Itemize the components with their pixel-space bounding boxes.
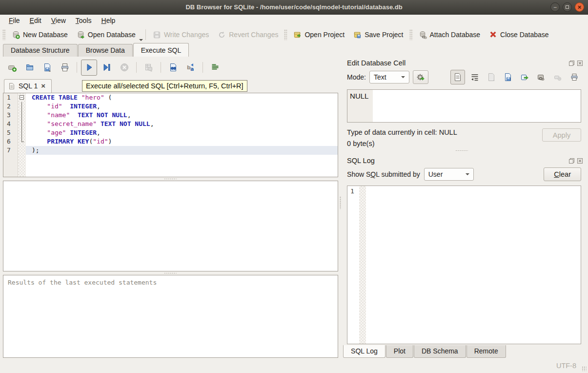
word-wrap-button[interactable] <box>468 70 482 84</box>
status-bar: UTF-8 <box>0 358 588 373</box>
submitted-by-combobox[interactable]: User <box>424 168 474 181</box>
float-dock-icon[interactable] <box>568 60 575 66</box>
menu-file[interactable]: File <box>4 16 25 25</box>
open-project-button[interactable]: Open Project <box>289 28 349 41</box>
editor-fold-margin[interactable] <box>18 93 26 177</box>
close-database-button[interactable]: Close Database <box>485 28 553 41</box>
bottom-dock-tabs: SQL Log Plot DB Schema Remote <box>343 344 585 358</box>
print-icon <box>60 62 70 72</box>
content-area: Execute all/selected SQL [Ctrl+Return, F… <box>0 57 588 358</box>
sql-document-close-icon[interactable]: × <box>41 83 45 88</box>
open-database-dropdown-caret[interactable] <box>139 39 143 41</box>
attach-database-icon <box>419 31 427 39</box>
format-sql-button[interactable] <box>207 60 223 76</box>
editor-line[interactable]: ); <box>26 146 338 155</box>
tab-plot[interactable]: Plot <box>386 345 413 358</box>
main-vertical-splitter[interactable] <box>338 57 343 358</box>
close-dock-icon[interactable] <box>577 60 583 66</box>
export-data-button[interactable] <box>501 70 515 84</box>
execute-current-line-button[interactable] <box>99 60 115 76</box>
splitter-handle-icon <box>164 178 177 180</box>
open-sql-file-button[interactable] <box>21 60 38 76</box>
toolbar-drag-handle[interactable] <box>284 29 287 40</box>
code-segment <box>32 129 47 136</box>
editor-results-splitter[interactable] <box>3 177 338 181</box>
float-dock-icon[interactable] <box>568 158 575 164</box>
save-sql-file-button[interactable] <box>39 60 55 76</box>
menu-view[interactable]: View <box>46 16 71 25</box>
code-segment: , <box>150 120 154 127</box>
execute-sql-icon <box>84 62 94 72</box>
fold-marker <box>18 111 26 120</box>
link-icon <box>537 73 546 82</box>
editor-line-numbers: 1234567 <box>3 93 18 177</box>
dock-splitter[interactable] <box>343 147 585 154</box>
close-button[interactable]: × <box>575 2 584 12</box>
execute-sql-button[interactable] <box>81 60 97 76</box>
tab-db-schema[interactable]: DB Schema <box>414 345 466 358</box>
save-project-label: Save Project <box>365 31 403 39</box>
sql-document-tab[interactable]: SQL 1 × <box>4 79 52 93</box>
editor-line[interactable]: CREATE TABLE "hero" ( <box>26 93 338 102</box>
tab-execute-sql[interactable]: Execute SQL <box>133 43 189 57</box>
tab-browse-data[interactable]: Browse Data <box>78 44 133 57</box>
tab-database-structure[interactable]: Database Structure <box>3 44 78 57</box>
set-null-button <box>551 70 565 84</box>
splitter-handle-icon <box>164 272 177 274</box>
editor-code-area[interactable]: CREATE TABLE "hero" ( "id" INTEGER, "nam… <box>26 93 338 177</box>
editor-line[interactable]: "name" TEXT NOT NULL, <box>26 111 338 120</box>
open-in-app-button[interactable] <box>518 70 531 84</box>
mode-combobox[interactable]: Text <box>369 71 409 83</box>
tab-sql-log[interactable]: SQL Log <box>343 345 385 358</box>
auto-switch-mode-button[interactable] <box>413 70 428 84</box>
find-replace-button[interactable] <box>165 60 181 76</box>
minimize-button[interactable]: − <box>550 2 560 12</box>
editor-line[interactable]: "age" INTEGER, <box>26 128 338 137</box>
menu-help[interactable]: Help <box>97 16 121 25</box>
close-dock-icon[interactable] <box>577 158 583 164</box>
maximize-button[interactable] <box>563 2 572 12</box>
text-mode-button[interactable] <box>450 70 465 84</box>
clear-log-button[interactable]: Clear <box>544 167 581 181</box>
code-segment: "name" <box>47 111 70 119</box>
results-grid-pane[interactable] <box>3 181 338 271</box>
code-segment: "secret_name" <box>47 120 97 127</box>
tab-remote[interactable]: Remote <box>466 345 506 358</box>
open-project-label: Open Project <box>304 31 345 39</box>
print-cell-button[interactable] <box>568 70 581 84</box>
attach-database-button[interactable]: Attach Database <box>414 28 485 41</box>
sql-toolbar-separator <box>136 62 137 73</box>
toolbar-drag-handle[interactable] <box>2 29 6 40</box>
sql-log-view[interactable]: 1 <box>347 186 581 344</box>
link-cell-button[interactable] <box>534 70 548 84</box>
open-database-button[interactable]: Open Database <box>72 28 140 41</box>
editor-line[interactable]: "id" INTEGER, <box>26 102 338 111</box>
editor-line[interactable]: PRIMARY KEY("id") <box>26 137 338 146</box>
code-segment: ( <box>104 94 112 101</box>
write-changes-button: Write Changes <box>148 28 213 41</box>
cell-info-row: Type of data currently in cell: NULL 0 b… <box>343 123 585 147</box>
save-results-icon <box>144 62 154 72</box>
window-title: DB Browser for SQLite - /home/user/code/… <box>185 3 402 11</box>
print-sql-button[interactable] <box>57 60 73 76</box>
execution-results-pane[interactable]: Results of the last executed statements <box>3 275 338 358</box>
fold-marker[interactable] <box>18 93 26 102</box>
code-segment: TEXT NOT NULL <box>101 120 150 127</box>
save-project-button[interactable]: Save Project <box>349 28 407 41</box>
menu-edit[interactable]: Edit <box>25 16 46 25</box>
menu-tools[interactable]: Tools <box>71 16 97 25</box>
close-database-label: Close Database <box>500 31 549 39</box>
editor-line[interactable]: "secret_name" TEXT NOT NULL, <box>26 120 338 128</box>
cell-value-editor[interactable]: NULL <box>347 89 581 123</box>
apply-button: Apply <box>542 128 581 142</box>
mode-label: Mode: <box>347 73 366 81</box>
write-changes-label: Write Changes <box>164 31 209 39</box>
grid-log-splitter[interactable] <box>3 271 338 275</box>
toolbar-drag-handle[interactable] <box>409 29 413 40</box>
new-sql-tab-button[interactable] <box>4 60 20 76</box>
sql-editor[interactable]: 1234567 CREATE TABLE "hero" ( "id" INTEG… <box>3 93 338 177</box>
auto-completion-button[interactable]: b a <box>182 60 199 76</box>
new-database-button[interactable]: New Database <box>7 28 72 41</box>
fold-marker <box>18 128 26 137</box>
resize-grip[interactable] <box>582 366 587 371</box>
